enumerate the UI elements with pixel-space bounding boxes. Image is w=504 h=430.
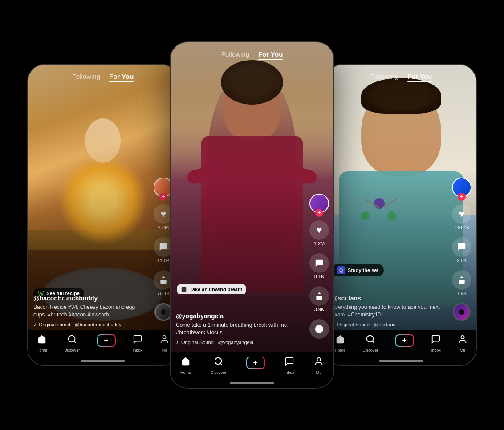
side-actions-right: + ♥ 746.2K 2.8K (452, 178, 471, 321)
nav-home-left[interactable]: Home (37, 334, 47, 353)
home-icon-right (335, 334, 345, 347)
plus-button-right[interactable]: + (395, 334, 414, 347)
like-container-right: ♥ 746.2K (452, 204, 471, 230)
follow-button-right[interactable]: + (458, 193, 466, 201)
nav-me-center[interactable]: Me (314, 357, 324, 375)
following-tab-right[interactable]: Following (370, 73, 398, 82)
sound-text-right: Original Sound - @sci.fans (337, 322, 395, 327)
for-you-tab-right[interactable]: For You (407, 73, 432, 82)
for-you-tab-center[interactable]: For You (258, 50, 283, 60)
top-nav-center: Following For You (171, 50, 333, 60)
nav-home-center[interactable]: Home (180, 357, 191, 375)
discover-label-right: Discover (362, 348, 378, 353)
share-count-right: 1.9K (457, 291, 467, 296)
following-tab-center[interactable]: Following (221, 50, 249, 60)
username-right[interactable]: @sci.fans (332, 295, 445, 302)
avatar-container-center: + (309, 194, 329, 213)
plus-icon-left: + (104, 337, 109, 345)
phone-center: Following For You + ♥ 1.2M (170, 41, 334, 389)
description-right: Everything you need to know to ace your … (332, 304, 445, 319)
comment-container-right: 2.8K (452, 237, 471, 263)
nav-discover-center[interactable]: Discover (211, 357, 226, 375)
inbox-icon-right (431, 334, 441, 347)
top-nav-left: Following For You (28, 73, 178, 82)
nav-discover-left[interactable]: Discover (64, 334, 80, 353)
home-indicator-right (379, 360, 423, 362)
sticker-text-center: Take an unwind breath (190, 287, 242, 292)
quizlet-icon-right: Q (337, 266, 345, 274)
nav-plus-right[interactable]: + (395, 334, 414, 347)
following-tab-left[interactable]: Following (72, 73, 100, 82)
inbox-label-right: Inbox (431, 348, 441, 353)
description-left: Bacon Recipe #34: Cheesy bacon and egg c… (33, 304, 146, 319)
sound-row-right: ♪ Original Sound - @sci.fans (332, 321, 445, 328)
like-button-right[interactable]: ♥ (452, 204, 471, 224)
side-actions-center: + ♥ 1.2M 8.1K (309, 194, 329, 339)
sound-text-center: Original Sound - @yogabyangela (181, 340, 253, 345)
nav-discover-right[interactable]: Discover (362, 334, 378, 353)
nav-me-left[interactable]: Me (159, 334, 169, 353)
comment-container-center: 8.1K (309, 253, 329, 279)
top-nav-right: Following For You (326, 73, 476, 82)
phone-frame-left: Following For You + ♥ 2.8M (27, 64, 179, 366)
me-icon-left (159, 334, 169, 347)
svg-point-8 (317, 358, 320, 361)
home-label-right: Home (335, 348, 345, 353)
nav-home-right[interactable]: Home (335, 334, 345, 353)
discover-icon-center (214, 357, 224, 369)
plus-icon-center: + (253, 359, 258, 367)
nav-plus-center[interactable]: + (246, 357, 265, 369)
discover-label-center: Discover (211, 370, 226, 375)
discover-icon-right (366, 334, 375, 347)
svg-rect-5 (182, 287, 187, 292)
home-icon-left (37, 334, 47, 347)
share-button-right[interactable] (452, 270, 471, 290)
username-left[interactable]: @baconbrunchbuddy (33, 295, 146, 302)
extra-button-center[interactable] (309, 319, 329, 339)
share-button-center[interactable] (309, 286, 329, 306)
me-icon-right (458, 334, 467, 347)
description-center: Come take a 1-minute breathing break wit… (176, 321, 302, 337)
nav-plus-left[interactable]: + (97, 334, 116, 347)
nav-inbox-center[interactable]: Inbox (285, 357, 294, 375)
like-container-center: ♥ 1.2M (309, 220, 329, 246)
inbox-icon-center (285, 357, 294, 369)
quizlet-badge-right[interactable]: Q Study the set (332, 264, 384, 276)
sound-row-center: ♪ Original Sound - @yogabyangela (176, 339, 302, 345)
inbox-label-left: Inbox (133, 348, 142, 353)
share-container-center: 3.9K (309, 286, 329, 312)
plus-button-left[interactable]: + (97, 334, 116, 347)
comment-count-left: 11.0K (157, 258, 170, 263)
for-you-tab-left[interactable]: For You (109, 73, 134, 82)
comment-count-center: 8.1K (314, 274, 325, 279)
me-icon-center (314, 357, 324, 369)
phone-left: Following For You + ♥ 2.8M (27, 64, 179, 366)
sticker-center: Take an unwind breath (177, 284, 246, 294)
discover-icon-left (67, 334, 77, 347)
bottom-content-left: @baconbrunchbuddy Bacon Recipe #34: Chee… (33, 295, 146, 328)
inbox-icon-left (133, 334, 142, 347)
comment-button-center[interactable] (309, 253, 329, 273)
bottom-content-center: @yogabyangela Come take a 1-minute breat… (176, 312, 302, 345)
svg-point-0 (69, 336, 75, 342)
sound-row-left: ♪ Original sound - @baconbrunchbuddy (33, 321, 146, 328)
badge-text-right: Study the set (348, 268, 378, 273)
nav-inbox-right[interactable]: Inbox (431, 334, 441, 353)
share-count-left: 76.1K (157, 291, 170, 296)
svg-point-11 (461, 336, 464, 339)
svg-point-2 (163, 336, 166, 339)
plus-button-center[interactable]: + (246, 357, 265, 369)
me-label-left: Me (162, 348, 167, 353)
nav-me-right[interactable]: Me (458, 334, 467, 353)
home-indicator-left (81, 360, 125, 362)
music-icon-left: ♪ (33, 321, 36, 328)
phone-frame-right: Following For You + ♥ 746.2K (325, 64, 477, 366)
follow-button-center[interactable]: + (315, 209, 323, 217)
music-disc-right (453, 303, 471, 321)
nav-inbox-left[interactable]: Inbox (133, 334, 142, 353)
follow-button-left[interactable]: + (159, 193, 167, 201)
home-indicator-center (230, 382, 274, 384)
like-button-center[interactable]: ♥ (309, 220, 329, 240)
username-center[interactable]: @yogabyangela (176, 312, 302, 320)
comment-button-right[interactable] (452, 237, 471, 257)
